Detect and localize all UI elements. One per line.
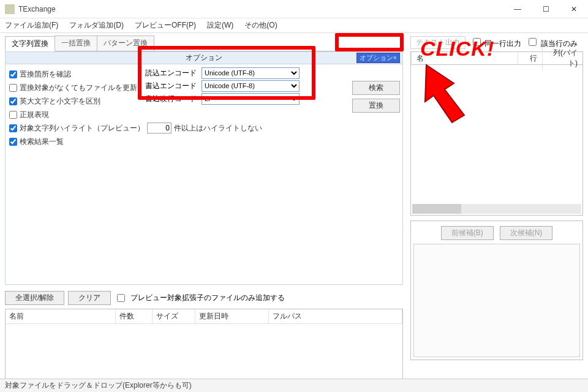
tab-batch-replace[interactable]: 一括置換 [55,36,97,51]
label-highlight: 対象文字列ハイライト（プレビュー） [20,123,145,134]
check-confirm-location[interactable] [9,70,17,78]
minimize-button[interactable]: — [503,0,532,18]
action-button-column: 検索 置換 [349,81,403,116]
annotation-arrow-icon [420,59,475,126]
label-highlight-suffix: 件以上はハイライトしない [174,123,262,134]
search-button[interactable]: 検索 [352,81,400,95]
option-bar: オプション オプション× [5,51,403,64]
encoding-grid: 読込エンコード Unicode (UTF-8) 書込エンコード Unicode … [145,67,300,105]
col-name[interactable]: 名前 [6,309,116,323]
annotation-highlight-option-close [335,33,404,51]
title-bar: TExchange — ☐ ✕ [0,0,588,18]
file-list-header: 名前 件数 サイズ 更新日時 フルパス [6,309,402,324]
label-case-sensitive: 英大文字と小文字を区別 [20,96,100,107]
next-candidate-button[interactable]: 次候補(N) [500,226,553,240]
select-read-encode[interactable]: Unicode (UTF-8) [202,67,300,79]
label-regex: 正規表現 [20,110,49,120]
option-close-button[interactable]: オプション× [356,53,400,63]
label-lf-code: 書込改行コード [145,94,202,104]
menu-settings[interactable]: 設定(W) [207,20,233,31]
file-control-row: 全選択/解除 クリア プレビュー対象拡張子のファイルのみ追加する [5,291,403,305]
label-confirm-location: 置換箇所を確認 [20,69,71,80]
col-count[interactable]: 件数 [116,309,153,323]
label-write-encode: 書込エンコード [145,81,202,91]
app-icon [5,4,15,14]
replace-button[interactable]: 置換 [352,99,400,113]
select-lf-code[interactable]: LF [202,93,300,105]
result-hscroll[interactable] [412,204,581,214]
menu-other[interactable]: その他(O) [244,20,277,31]
highlight-threshold-input[interactable] [147,123,172,134]
check-case-sensitive[interactable] [9,97,17,105]
maximize-button[interactable]: ☐ [532,0,560,18]
label-preview-ext-only: プレビュー対象拡張子のファイルのみ追加する [130,293,285,303]
select-write-encode[interactable]: Unicode (UTF-8) [202,80,300,92]
col-result-row[interactable]: 行 [518,52,542,65]
check-result-list[interactable] [9,138,17,146]
candidate-preview [413,244,580,357]
candidate-panel: 前候補(B) 次候補(N) [410,221,583,360]
menu-bar: ファイル追加(F) フォルダ追加(D) プレビューOFF(P) 設定(W) その… [0,18,588,33]
label-read-encode: 読込エンコード [145,68,202,78]
option-bar-label: オプション [186,53,222,63]
scroll-thumb[interactable] [412,204,461,214]
label-update-no-target: 置換対象がなくてもファイルを更新 [20,83,137,93]
tab-pattern-replace[interactable]: パターン置換 [97,36,154,51]
options-panel: 置換箇所を確認 置換対象がなくてもファイルを更新 英大文字と小文字を区別 正規表… [5,64,403,285]
label-result-list: 検索結果一覧 [20,137,64,147]
check-highlight[interactable] [9,124,17,132]
check-preview-ext-only[interactable] [117,294,125,302]
prev-candidate-button[interactable]: 前候補(B) [441,226,494,240]
status-bar: 対象ファイルをドラッグ＆ドロップ(Explorer等からも可) [0,379,588,392]
menu-file-add[interactable]: ファイル追加(F) [5,20,58,31]
menu-folder-add[interactable]: フォルダ追加(D) [69,20,124,31]
col-path[interactable]: フルパス [269,309,402,323]
col-date[interactable]: 更新日時 [195,309,269,323]
left-pane: 文字列置換 一括置換 パターン置換 オプション オプション× 置換箇所を確認 置… [5,36,403,379]
window-title: TExchange [18,5,503,13]
file-list: 名前 件数 サイズ 更新日時 フルパス [5,309,403,380]
check-target-line-only[interactable] [529,38,537,46]
close-button[interactable]: ✕ [560,0,588,18]
status-text: 対象ファイルをドラッグ＆ドロップ(Explorer等からも可) [5,381,192,390]
annotation-click-text: CLICK! [420,37,494,61]
svg-marker-0 [425,65,464,123]
select-all-button[interactable]: 全選択/解除 [5,291,64,305]
check-regex[interactable] [9,111,17,119]
clear-button[interactable]: クリア [68,291,111,305]
menu-preview-off[interactable]: プレビューOFF(P) [135,20,196,31]
tab-string-replace[interactable]: 文字列置換 [5,36,55,51]
check-update-no-target[interactable] [9,84,17,92]
col-size[interactable]: サイズ [153,309,195,323]
